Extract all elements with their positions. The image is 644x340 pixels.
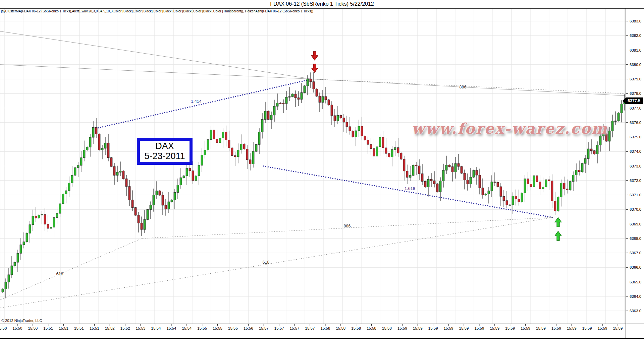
down-candle [313,82,315,89]
x-axis-time-label: 15:54 [182,326,192,330]
up-candle [379,137,381,147]
down-candle [451,166,453,172]
down-candle [189,168,191,171]
up-candle [584,158,586,163]
up-candle [11,266,13,275]
down-candle [388,153,390,157]
up-candle [285,97,287,104]
down-candle [479,175,481,188]
ninjatrader-chart-window: FDAX 06-12 (SbSRenko 1 Ticks) 5/22/2012 … [0,0,644,340]
candles-layer [2,72,626,298]
down-candle [578,170,580,172]
up-candle [207,140,209,150]
up-candle [86,147,88,150]
up-candle [258,132,260,144]
axis-layer[interactable]: 6383.06382.06381.06380.06379.06378.06377… [0,8,644,339]
down-candle [310,79,312,82]
up-candle [222,132,224,138]
x-axis-time-label: 15:59 [582,326,592,330]
price-chart-canvas[interactable]: 8861.4141.6188866186186383.06382.06381.0… [0,0,644,340]
y-axis-price-label: 6375.0 [630,135,641,139]
up-candle [261,120,263,132]
x-axis-time-label: 15:58 [351,326,361,330]
x-axis-time-label: 15:57 [305,326,315,330]
up-candle [512,196,514,205]
y-axis-price-label: 6370.0 [630,207,641,211]
up-candle [307,79,309,86]
x-axis-time-label: 15:51 [59,326,68,330]
down-candle [316,89,318,96]
x-axis-time-label: 15:58 [336,326,345,330]
y-axis-price-label: 6372.0 [630,179,641,183]
x-axis-time-label: 15:59 [613,326,623,330]
down-candle [349,127,351,131]
down-candle [192,171,194,181]
up-candle [394,148,396,150]
up-candle [2,289,4,292]
down-candle [506,201,508,205]
up-candle [288,96,290,97]
up-candle [5,282,7,289]
down-candle [95,127,97,134]
down-candle [527,179,529,184]
up-candle [427,180,429,187]
down-candle [448,165,450,167]
down-candle [267,111,269,120]
down-candle [500,187,502,196]
up-candle [473,171,475,177]
down-candle [165,205,167,209]
up-candle [74,167,76,175]
trend-right-solid-line [312,79,625,96]
up-candle [439,181,441,192]
indicator-parameters-label: jayClusterMA(FDAX 06-12 (SbSRenko 1 Tick… [1,9,313,13]
fib-886-mid-label: 886 [344,224,351,228]
up-candle [204,150,206,155]
down-candle [494,182,496,183]
down-candle [382,137,384,148]
up-candle [150,205,152,209]
down-candle [436,184,438,192]
down-candle [298,98,300,99]
up-candle [83,150,85,158]
down-candle [319,96,321,103]
y-axis-price-label: 6378.0 [630,91,641,95]
fib-1618-label: 1.618 [405,186,415,191]
chart-note-box[interactable]: DAX 5-23-2011 [137,138,193,165]
fib-618-left-label: 618 [56,272,63,276]
down-candle [385,148,387,153]
up-candle [177,185,179,192]
forex-warez-watermark: www.forex-warez.com [412,120,608,137]
buy-signal-arrow-icon [555,231,561,241]
up-candle [391,149,393,157]
up-candle [50,227,52,228]
up-candle [32,216,34,225]
down-candle [135,208,137,215]
down-candle [536,176,538,182]
y-axis-price-label: 6365.0 [630,280,641,284]
x-axis-time-label: 15:59 [505,326,515,330]
down-candle [35,216,37,218]
up-candle [153,195,155,205]
x-axis-time-label: 15:58 [367,326,376,330]
fib-618-long-line [0,217,553,308]
down-candle [216,139,218,143]
up-candle [156,191,158,195]
down-candle [334,116,336,121]
down-candle [352,131,354,137]
x-axis-time-label: 15:50 [0,326,7,330]
up-candle [171,200,173,202]
down-candle [433,181,435,184]
up-candle [174,193,176,200]
up-candle [198,165,200,176]
up-candle [186,168,188,176]
up-candle [621,104,623,113]
up-candle [409,176,411,178]
x-axis-time-label: 15:57 [290,326,300,330]
down-candle [282,103,284,104]
up-candle [572,175,574,182]
x-axis-time-label: 15:58 [382,326,392,330]
up-candle [116,172,118,175]
down-candle [328,100,330,105]
down-candle [548,180,550,181]
x-axis-time-label: 15:59 [490,326,499,330]
